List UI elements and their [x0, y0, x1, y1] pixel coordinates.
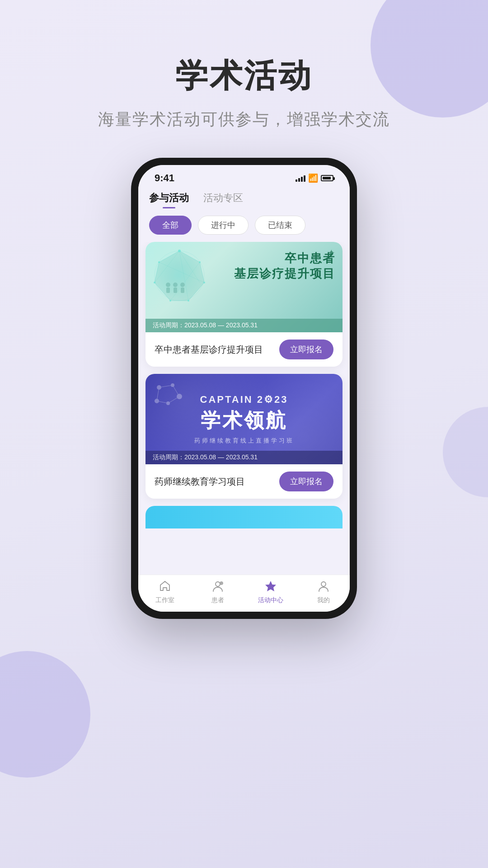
svg-point-14 — [166, 283, 170, 287]
svg-line-29 — [157, 387, 159, 401]
svg-point-9 — [203, 282, 205, 283]
filter-all[interactable]: 全部 — [149, 216, 192, 235]
svg-point-35 — [321, 582, 326, 586]
geometric-brain-icon — [150, 246, 209, 305]
filter-ended[interactable]: 已结束 — [255, 216, 305, 235]
nav-item-patient[interactable]: 患者 — [191, 580, 244, 604]
filter-ongoing[interactable]: 进行中 — [198, 216, 249, 235]
molecule-icon — [150, 378, 186, 415]
activity-card-1-banner: 卒中患者 基层诊疗提升项目 ✦ 活动周期：2023.05.08 — 2023.0… — [145, 242, 343, 332]
phone-screen: 9:41 📶 参与活动 — [138, 165, 350, 612]
svg-point-12 — [154, 282, 155, 283]
svg-point-18 — [180, 283, 185, 287]
workspace-icon — [159, 580, 171, 594]
activity-icon — [264, 580, 277, 594]
card1-bottom: 卒中患者基层诊疗提升项目 立即报名 — [145, 332, 343, 367]
card1-cn-text: 卒中患者 基层诊疗提升项目 — [234, 251, 335, 282]
bottom-nav: 工作室 患者 — [138, 575, 350, 612]
svg-line-25 — [159, 385, 173, 387]
svg-point-7 — [178, 250, 181, 252]
svg-point-8 — [199, 261, 201, 263]
phone-mockup-wrapper: 9:41 📶 参与活动 — [0, 158, 488, 619]
svg-point-16 — [173, 283, 178, 287]
bg-decoration-bottom-left — [0, 651, 90, 778]
activity-list: 卒中患者 基层诊疗提升项目 ✦ 活动周期：2023.05.08 — 2023.0… — [138, 242, 350, 575]
card2-register-button[interactable]: 立即报名 — [279, 472, 333, 491]
status-icons: 📶 — [296, 173, 333, 183]
mine-icon — [317, 580, 330, 594]
svg-point-11 — [169, 300, 171, 302]
card2-bottom: 药师继续教育学习项目 立即报名 — [145, 464, 343, 499]
card2-date-bar: 活动周期：2023.05.08 — 2023.05.31 — [145, 451, 343, 464]
svg-point-30 — [216, 582, 220, 586]
wifi-icon: 📶 — [308, 173, 318, 183]
nav-item-workspace[interactable]: 工作室 — [138, 580, 191, 604]
activity-card-3-partial — [145, 506, 343, 528]
nav-label-workspace: 工作室 — [155, 596, 174, 604]
activity-card-2-banner: CAPTAIN 2⚙23 学术领航 药师继续教育线上直播学习班 活动周期：202… — [145, 374, 343, 464]
svg-marker-34 — [265, 581, 276, 591]
card2-text-area: CAPTAIN 2⚙23 学术领航 药师继续教育线上直播学习班 — [194, 394, 294, 445]
nav-label-patient: 患者 — [211, 596, 224, 604]
nav-label-mine: 我的 — [317, 596, 330, 604]
card1-register-button[interactable]: 立即报名 — [279, 340, 333, 359]
svg-line-27 — [168, 396, 179, 403]
tab-special[interactable]: 活动专区 — [203, 191, 243, 208]
card2-subtitle: 药师继续教育线上直播学习班 — [194, 437, 294, 445]
nav-item-activity[interactable]: 活动中心 — [244, 580, 297, 604]
activity-card-1: 卒中患者 基层诊疗提升项目 ✦ 活动周期：2023.05.08 — 2023.0… — [145, 242, 343, 367]
signal-icon — [296, 175, 305, 182]
tab-participate[interactable]: 参与活动 — [149, 191, 189, 208]
card1-title: 卒中患者基层诊疗提升项目 — [155, 344, 263, 356]
svg-rect-17 — [174, 288, 177, 293]
phone-device: 9:41 📶 参与活动 — [131, 158, 357, 619]
svg-point-13 — [158, 261, 160, 263]
svg-rect-19 — [181, 288, 184, 293]
svg-rect-15 — [166, 288, 170, 293]
filter-pills: 全部 进行中 已结束 — [138, 208, 350, 242]
card2-en-title: CAPTAIN 2⚙23 — [194, 394, 294, 406]
battery-icon — [321, 175, 333, 181]
svg-point-10 — [188, 300, 189, 302]
activity-card-2: CAPTAIN 2⚙23 学术领航 药师继续教育线上直播学习班 活动周期：202… — [145, 374, 343, 499]
card1-date-bar: 活动周期：2023.05.08 — 2023.05.31 — [145, 319, 343, 332]
nav-item-mine[interactable]: 我的 — [297, 580, 350, 604]
top-tabs: 参与活动 活动专区 — [138, 188, 350, 208]
patient-icon — [211, 580, 224, 594]
status-bar: 9:41 📶 — [138, 165, 350, 188]
card2-cn-title: 学术领航 — [194, 407, 294, 434]
card3-color-bar — [145, 506, 343, 528]
card2-title: 药师继续教育学习项目 — [155, 476, 245, 488]
status-time: 9:41 — [155, 172, 174, 184]
nav-label-activity: 活动中心 — [258, 596, 283, 604]
svg-marker-1 — [155, 251, 204, 301]
svg-line-26 — [173, 385, 179, 396]
